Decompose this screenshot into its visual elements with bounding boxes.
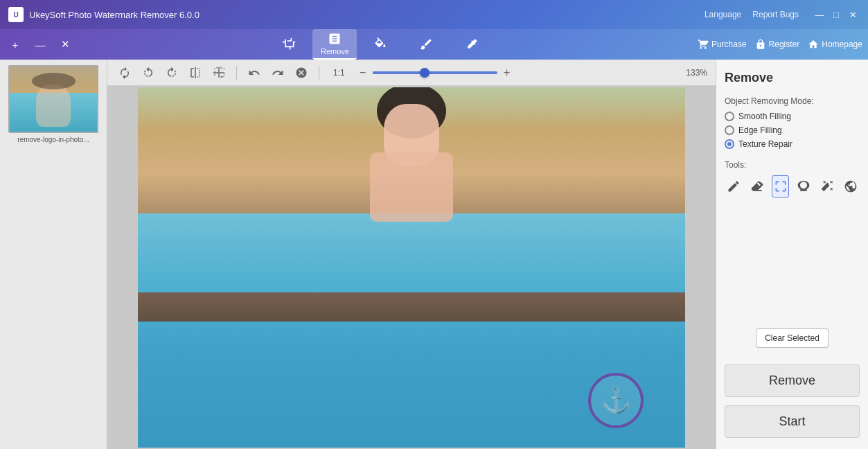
rotate-left-icon [142,67,154,79]
canvas-area: 1:1 − + 133% [107,60,716,449]
add-file-button[interactable]: + [6,35,25,54]
flip-h-icon [189,67,202,79]
thumbnail-label: remove-logo-in-photo... [8,136,98,143]
right-panel: Remove Object Removing Mode: Smooth Fill… [716,60,868,449]
edge-radio-dot [725,125,734,135]
close-panel-button[interactable]: ✕ [55,35,75,54]
picker-icon [465,37,479,51]
undo-icon [248,67,260,79]
zoom-slider[interactable] [373,71,497,74]
purchase-link[interactable]: Purchase [698,39,747,50]
clear-selected-container: Clear Selected [725,328,860,356]
navbar: + — ✕ Remove Purchase [0,29,868,60]
pencil-icon [727,179,741,193]
rotate-left-button[interactable] [139,64,157,82]
tab-remove[interactable]: Remove [312,29,357,60]
register-link[interactable]: Register [755,39,800,50]
pencil-tool-button[interactable] [725,175,743,197]
eraser-icon [750,179,764,193]
lasso-tool-button[interactable] [795,175,813,197]
flip-h-button[interactable] [186,64,204,82]
mode-edge-filling[interactable]: Edge Filling [725,125,860,135]
zoom-out-button[interactable]: − [356,66,370,80]
flip-v-icon [213,67,225,79]
rotate-right-icon [166,67,178,79]
magic-wand-icon [820,179,834,193]
thumbnail-preview [10,67,97,132]
mode-smooth-filling[interactable]: Smooth Filling [725,112,860,121]
zoom-slider-thumb [420,68,429,78]
object-removing-mode-label: Object Removing Mode: [725,96,860,106]
brush-icon [419,37,433,51]
app-title: UkeySoft Photo Watermark Remover 6.0.0 [29,10,705,20]
tab-brush[interactable] [404,29,448,60]
language-menu[interactable]: Language [705,10,741,19]
zoom-in-button[interactable]: + [500,66,514,80]
rotate-icon [118,67,131,79]
tool-tabs: Remove [267,29,494,60]
tab-fill[interactable] [358,29,402,60]
magic-wand-tool-button[interactable] [818,175,836,197]
rect-select-tool-button[interactable] [772,175,790,197]
panel-title: Remove [725,71,860,85]
smooth-radio-dot [725,112,734,121]
fill-icon [373,37,387,51]
lock-icon [755,39,766,50]
rotate-right-button[interactable] [163,64,181,82]
remove-button[interactable]: Remove [725,364,860,397]
rect-select-icon [774,179,788,193]
tools-icon-row [725,175,860,197]
titlebar-nav: Language Report Bugs [705,10,799,19]
zoom-ratio-label: 1:1 [328,68,351,78]
start-button[interactable]: Start [725,405,860,438]
thumbnail-panel: remove-logo-in-photo... [0,60,107,449]
undo-button[interactable] [245,64,263,82]
clear-canvas-button[interactable] [292,64,310,82]
redo-button[interactable] [269,64,287,82]
mode-radio-group: Smooth Filling Edge Filling Texture Repa… [725,112,860,149]
redo-icon [272,67,284,79]
thumbnail-item[interactable]: remove-logo-in-photo... [8,65,98,143]
remove-icon [328,32,342,46]
edge-filling-label: Edge Filling [738,125,782,135]
minimize-window-button[interactable]: — [813,8,826,21]
crop-icon [282,37,296,51]
minimize-panel-button[interactable]: — [30,35,50,54]
flip-v-button[interactable] [210,64,228,82]
zoom-slider-fill [373,71,423,74]
main-image[interactable]: ⚓ [138,87,685,448]
pattern-tool-button[interactable] [842,175,860,197]
toolbar-separator-2 [319,66,319,80]
panel-spacer [725,206,860,328]
rotate-tool-button[interactable] [116,64,134,82]
nav-left-buttons: + — ✕ [6,35,75,54]
tools-section: Tools: [725,160,860,197]
homepage-link[interactable]: Homepage [808,39,862,50]
titlebar: U UkeySoft Photo Watermark Remover 6.0.0… [0,0,868,29]
cart-icon [698,39,709,50]
zoom-control: − + [356,66,665,80]
remove-tab-label: Remove [321,47,349,55]
eraser-tool-button[interactable] [748,175,766,197]
tab-picker[interactable] [450,29,494,60]
watermark-overlay: ⚓ [588,373,644,428]
app-logo: U [8,7,24,22]
zoom-percent-label: 133% [676,68,707,78]
tab-crop[interactable] [267,29,311,60]
window-controls: — □ ✕ [813,8,860,21]
texture-radio-dot [725,139,734,149]
main-area: remove-logo-in-photo... [0,60,868,449]
pattern-icon [844,179,858,193]
clear-selected-button[interactable]: Clear Selected [756,328,829,348]
clear-icon [295,67,308,79]
person-figure [335,87,488,333]
mode-texture-repair[interactable]: Texture Repair [725,139,860,149]
report-bugs-menu[interactable]: Report Bugs [752,10,799,19]
toolbar-separator [236,66,237,80]
nav-right-links: Purchase Register Homepage [698,39,862,50]
canvas-toolbar: 1:1 − + 133% [107,60,716,86]
close-window-button[interactable]: ✕ [846,8,860,21]
maximize-window-button[interactable]: □ [829,8,843,21]
home-icon [808,39,819,50]
thumbnail-image [8,65,98,133]
